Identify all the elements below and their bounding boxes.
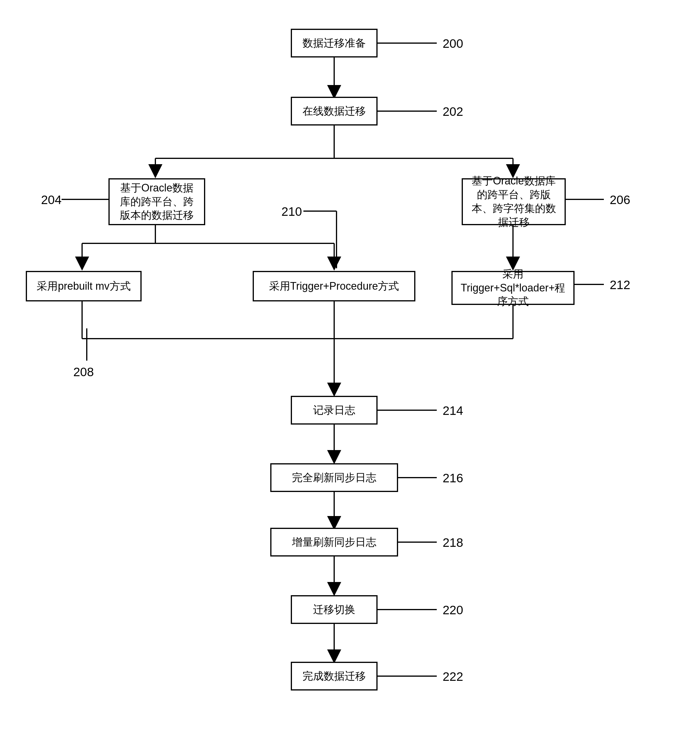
label-220: 220: [443, 603, 463, 617]
node-218-text: 增量刷新同步日志: [292, 536, 376, 549]
label-200: 200: [443, 37, 463, 51]
node-212-text: 采用Trigger+Sql*loader+程序方式: [459, 267, 568, 308]
label-218: 218: [443, 536, 463, 550]
node-220: 迁移切换: [291, 595, 378, 624]
node-210: 采用Trigger+Procedure方式: [253, 271, 415, 302]
node-200-text: 数据迁移准备: [303, 36, 366, 50]
node-220-text: 迁移切换: [313, 603, 355, 617]
label-222: 222: [443, 670, 463, 684]
node-210-text: 采用Trigger+Procedure方式: [269, 280, 399, 293]
node-204-text: 基于Oracle数据库的跨平台、跨版本的数据迁移: [116, 181, 198, 222]
node-214: 记录日志: [291, 396, 378, 425]
node-222-text: 完成数据迁移: [303, 670, 366, 683]
node-202-text: 在线数据迁移: [303, 105, 366, 118]
node-202: 在线数据迁移: [291, 97, 378, 125]
node-204: 基于Oracle数据库的跨平台、跨版本的数据迁移: [109, 178, 205, 225]
node-206: 基于Oracle数据库的跨平台、跨版本、跨字符集的数据迁移: [462, 178, 566, 225]
node-208: 采用prebuilt mv方式: [26, 271, 141, 302]
label-208: 208: [73, 365, 94, 379]
node-216: 完全刷新同步日志: [270, 463, 398, 492]
label-216: 216: [443, 471, 463, 485]
label-202: 202: [443, 105, 463, 119]
label-210: 210: [281, 205, 302, 219]
label-214: 214: [443, 404, 463, 418]
label-204: 204: [41, 193, 62, 207]
node-212: 采用Trigger+Sql*loader+程序方式: [451, 271, 575, 305]
label-206: 206: [610, 193, 630, 207]
node-218: 增量刷新同步日志: [270, 528, 398, 556]
node-214-text: 记录日志: [313, 403, 355, 417]
node-208-text: 采用prebuilt mv方式: [37, 280, 131, 293]
node-200: 数据迁移准备: [291, 29, 378, 57]
node-222: 完成数据迁移: [291, 662, 378, 690]
node-216-text: 完全刷新同步日志: [292, 471, 376, 485]
node-206-text: 基于Oracle数据库的跨平台、跨版本、跨字符集的数据迁移: [469, 174, 559, 229]
label-212: 212: [610, 278, 630, 292]
